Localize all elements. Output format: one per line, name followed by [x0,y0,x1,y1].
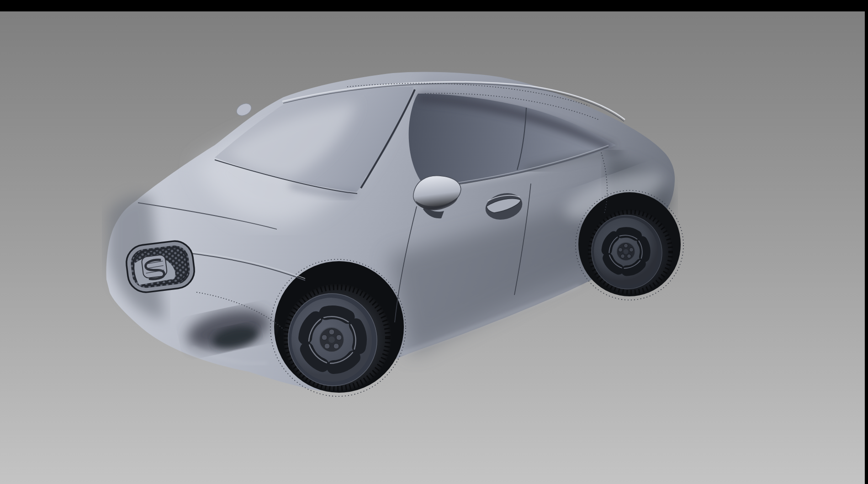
seat-emblem [141,254,168,280]
lug-nut [621,254,625,258]
right-letterbox-bar [865,0,868,484]
lug-nut [627,254,631,258]
lug-nut [329,329,334,335]
rear-center-cap [624,249,629,254]
lug-nut [322,335,327,340]
lug-nut [324,343,330,349]
screenshot-stage [0,0,868,484]
front-grille [124,239,196,294]
spoke-slot [642,241,646,257]
lug-nut [619,248,623,252]
lug-nut [624,244,628,248]
front-center-cap [328,337,335,343]
lug-nut [333,343,339,349]
top-letterbox-bar [0,0,868,11]
spoke-slot [356,325,361,347]
spoke-slot [326,311,348,317]
lug-nut [336,335,342,340]
viewport-canvas[interactable] [0,0,868,484]
lug-nut [630,248,634,252]
